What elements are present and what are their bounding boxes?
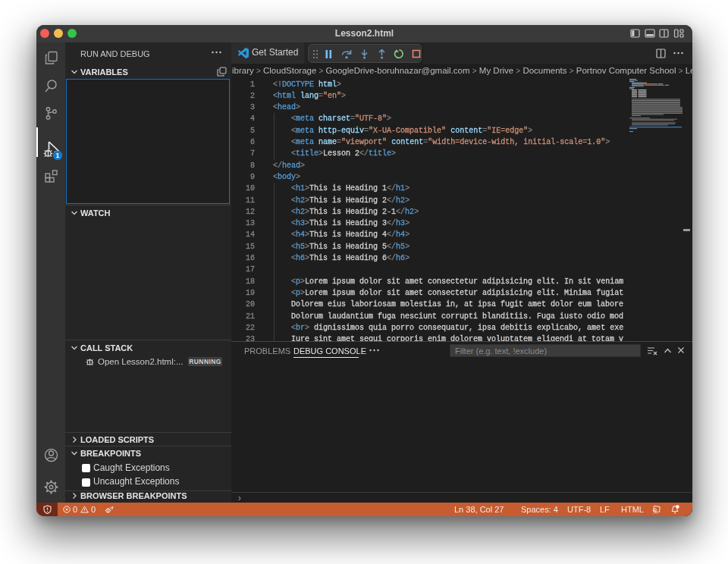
svg-text:1: 1 (55, 152, 59, 159)
